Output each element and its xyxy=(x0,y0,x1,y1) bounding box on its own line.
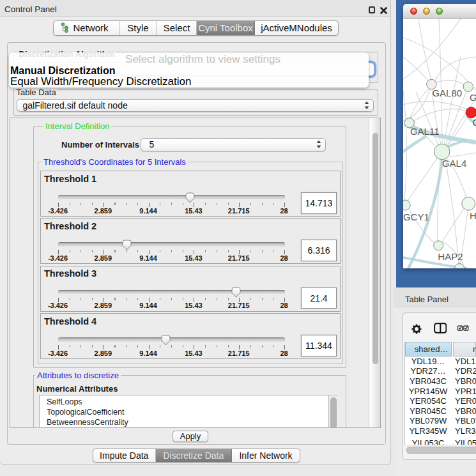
svg-text:GAL80: GAL80 xyxy=(432,88,462,98)
svg-text:GAL4: GAL4 xyxy=(442,158,466,169)
svg-text:H: H xyxy=(470,210,476,221)
svg-text:GCY1: GCY1 xyxy=(403,211,429,222)
svg-text:GA: GA xyxy=(470,92,476,103)
svg-text:HAP2: HAP2 xyxy=(438,251,463,262)
svg-text:C: C xyxy=(472,117,476,128)
svg-text:GAL11: GAL11 xyxy=(410,126,440,137)
